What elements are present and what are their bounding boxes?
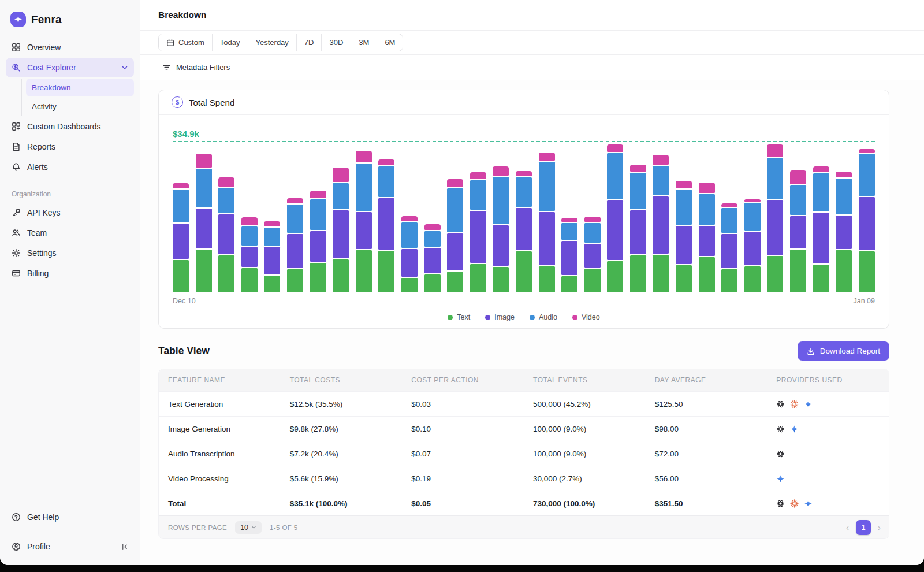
sidebar-item-label: Get Help bbox=[27, 512, 59, 522]
page-size-select[interactable]: 10 bbox=[235, 521, 262, 534]
anthropic-icon bbox=[790, 499, 799, 508]
grid-plus-icon bbox=[12, 122, 21, 131]
segment-text bbox=[378, 251, 394, 292]
total-events-cell: 100,000 (9.0%) bbox=[524, 450, 646, 458]
content-area: $ Total Spend $34.9k Dec 10 Jan 09 Text bbox=[140, 80, 924, 565]
total-costs-cell: $5.6k (15.9%) bbox=[281, 474, 403, 483]
segment-video bbox=[630, 165, 646, 172]
segment-image bbox=[333, 210, 349, 258]
column-header: FEATURE NAME bbox=[159, 376, 281, 384]
collapse-sidebar-icon[interactable] bbox=[121, 543, 128, 551]
segment-image bbox=[424, 248, 441, 273]
key-icon bbox=[12, 208, 21, 217]
date-filter-7d[interactable]: 7D bbox=[297, 34, 322, 51]
table-row[interactable]: Image Generation $9.8k (27.8%) $0.10 100… bbox=[159, 416, 889, 441]
segment-text bbox=[699, 257, 715, 292]
segment-image bbox=[196, 209, 212, 248]
segment-image bbox=[356, 212, 372, 249]
date-filter-custom[interactable]: Custom bbox=[159, 34, 213, 51]
bar-dec-31 bbox=[653, 155, 669, 292]
segment-image bbox=[310, 231, 326, 262]
segment-image bbox=[447, 233, 463, 270]
legend-item-text: Text bbox=[448, 313, 470, 321]
current-page-button[interactable]: 1 bbox=[856, 520, 871, 535]
sidebar-item-alerts[interactable]: Alerts bbox=[6, 157, 134, 177]
date-filter-30d[interactable]: 30D bbox=[322, 34, 351, 51]
column-header: COST PER ACTION bbox=[402, 376, 524, 384]
previous-page-button[interactable]: ‹ bbox=[846, 523, 849, 532]
sidebar-item-get-help[interactable]: Get Help bbox=[6, 507, 134, 527]
segment-audio bbox=[607, 153, 623, 199]
sidebar-item-api-keys[interactable]: API Keys bbox=[6, 203, 134, 222]
providers-cell bbox=[767, 450, 889, 458]
segment-text bbox=[310, 263, 326, 292]
segment-video bbox=[699, 183, 715, 193]
segment-audio bbox=[447, 188, 463, 232]
segment-audio bbox=[699, 194, 715, 225]
gemini-icon bbox=[804, 499, 813, 508]
segment-audio bbox=[630, 173, 646, 209]
next-page-button[interactable]: › bbox=[878, 523, 881, 532]
cost-explorer-subnav: Breakdown Activity bbox=[21, 79, 134, 116]
sidebar-item-reports[interactable]: Reports bbox=[6, 137, 134, 157]
cost-per-action-cell: $0.07 bbox=[402, 450, 524, 458]
segment-video bbox=[218, 177, 234, 187]
segment-video bbox=[516, 171, 532, 176]
segment-audio bbox=[287, 205, 303, 233]
total-costs-cell: $7.2k (20.4%) bbox=[281, 450, 403, 458]
sidebar-divider bbox=[10, 532, 129, 532]
sidebar-item-activity[interactable]: Activity bbox=[26, 98, 134, 116]
metadata-filters-button[interactable]: Metadata Filters bbox=[140, 55, 924, 80]
bar-jan-09 bbox=[859, 149, 875, 292]
bar-jan-02 bbox=[699, 183, 715, 292]
sidebar-item-overview[interactable]: Overview bbox=[6, 38, 134, 57]
page-size-value: 10 bbox=[240, 523, 248, 532]
date-filter-6m[interactable]: 6M bbox=[377, 34, 403, 51]
cost-per-action-cell: $0.03 bbox=[402, 400, 524, 408]
sidebar-item-label: Cost Explorer bbox=[27, 63, 76, 72]
sidebar-item-team[interactable]: Team bbox=[6, 223, 134, 243]
legend-dot bbox=[530, 315, 535, 320]
table-row[interactable]: Audio Transcription $7.2k (20.4%) $0.07 … bbox=[159, 441, 889, 466]
segment-audio bbox=[333, 183, 349, 209]
segment-text bbox=[721, 269, 737, 292]
segment-audio bbox=[264, 228, 280, 246]
filter-icon bbox=[162, 63, 171, 72]
app-window: Fenra Overview Cost Explorer Breakdown A… bbox=[0, 0, 924, 565]
download-report-button[interactable]: Download Report bbox=[798, 341, 889, 361]
table-row[interactable]: Text Generation $12.5k (35.5%) $0.03 500… bbox=[159, 391, 889, 416]
sidebar-item-billing[interactable]: Billing bbox=[6, 263, 134, 283]
segment-video bbox=[470, 172, 486, 179]
sidebar-item-settings[interactable]: Settings bbox=[6, 243, 134, 263]
table-header-row: FEATURE NAME TOTAL COSTS COST PER ACTION… bbox=[159, 369, 889, 391]
feature-name-cell: Image Generation bbox=[159, 425, 281, 433]
sidebar-item-breakdown[interactable]: Breakdown bbox=[26, 79, 134, 96]
date-filter-label: 3M bbox=[359, 38, 369, 47]
segment-text bbox=[401, 278, 418, 292]
table-row[interactable]: Video Processing $5.6k (15.9%) $0.19 30,… bbox=[159, 466, 889, 491]
segment-audio bbox=[790, 185, 806, 215]
segment-image bbox=[264, 247, 280, 274]
sidebar-item-label: Alerts bbox=[27, 162, 48, 172]
sidebar-item-label: Settings bbox=[27, 248, 57, 258]
sidebar-item-cost-explorer[interactable]: Cost Explorer bbox=[6, 58, 134, 77]
date-filter-yesterday[interactable]: Yesterday bbox=[248, 34, 297, 51]
page-header: Breakdown bbox=[140, 0, 924, 31]
providers-cell bbox=[767, 499, 889, 508]
sidebar-item-label: Reports bbox=[27, 142, 55, 151]
segment-video bbox=[790, 170, 806, 184]
date-filter-today[interactable]: Today bbox=[213, 34, 248, 51]
bar-dec-21 bbox=[424, 224, 441, 292]
date-filter-3m[interactable]: 3M bbox=[351, 34, 377, 51]
cost-per-action-cell: $0.05 bbox=[402, 499, 524, 508]
total-spend-card: $ Total Spend $34.9k Dec 10 Jan 09 Text bbox=[158, 90, 889, 329]
segment-video bbox=[859, 149, 875, 153]
segment-video bbox=[424, 224, 441, 230]
segment-video bbox=[836, 172, 852, 177]
sidebar-item-custom-dashboards[interactable]: Custom Dashboards bbox=[6, 117, 134, 136]
peak-annotation-label: $34.9k bbox=[173, 129, 875, 139]
column-header: TOTAL EVENTS bbox=[524, 376, 646, 384]
segment-video bbox=[676, 181, 692, 188]
sidebar-item-profile[interactable]: Profile bbox=[6, 537, 134, 556]
bar-dec-20 bbox=[401, 216, 418, 292]
